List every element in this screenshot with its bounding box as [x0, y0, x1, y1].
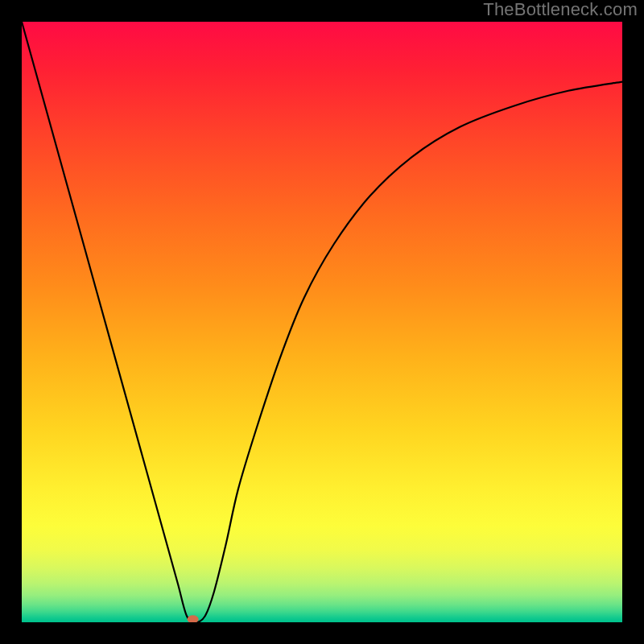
watermark-text: TheBottleneck.com	[483, 1, 638, 19]
min-marker	[188, 615, 199, 622]
curve-layer	[22, 22, 622, 622]
chart-frame: TheBottleneck.com	[0, 0, 644, 644]
bottleneck-curve	[22, 22, 622, 622]
plot-area	[22, 22, 622, 622]
